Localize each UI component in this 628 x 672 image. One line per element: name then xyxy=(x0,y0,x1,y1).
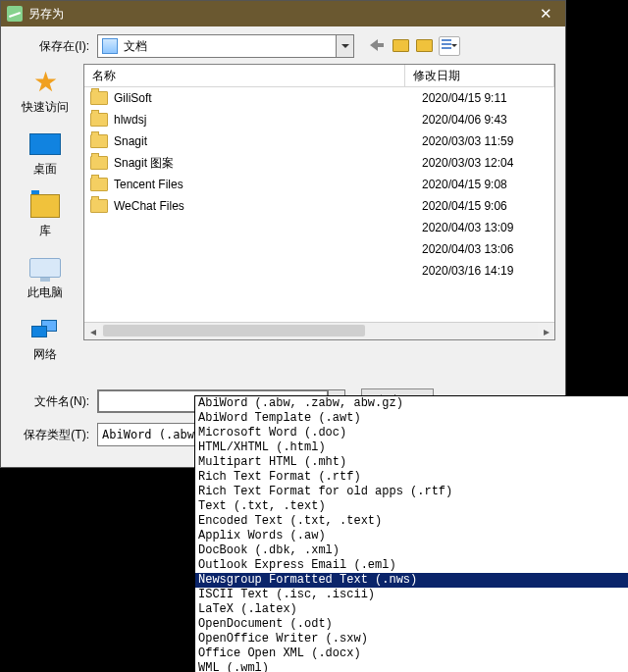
filetype-option[interactable]: Office Open XML (.docx) xyxy=(195,646,628,661)
file-name: Tencent Files xyxy=(114,178,422,191)
place-desktop[interactable]: 桌面 xyxy=(28,129,62,178)
folder-icon xyxy=(90,134,108,148)
place-thispc[interactable]: 此电脑 xyxy=(27,253,63,301)
close-button[interactable]: ✕ xyxy=(526,1,565,26)
filetype-option[interactable]: Multipart HTML (.mht) xyxy=(195,455,628,470)
column-headers: 名称 修改日期 xyxy=(84,65,554,87)
filetype-option[interactable]: Encoded Text (.txt, .text) xyxy=(195,514,628,529)
documents-icon xyxy=(102,38,118,54)
file-date: 2020/03/03 12:04 xyxy=(422,156,554,170)
filetype-option[interactable]: Applix Words (.aw) xyxy=(195,529,628,543)
filename-label: 文件名(N): xyxy=(11,393,97,410)
toolbar-icons xyxy=(368,36,460,56)
file-row[interactable]: Snagit 图案2020/03/03 12:04 xyxy=(84,152,554,174)
quick-icon: ★ xyxy=(28,68,62,97)
place-label: 网络 xyxy=(33,346,57,363)
file-row[interactable]: 2020/04/03 13:09 xyxy=(84,217,554,238)
up-one-level-icon[interactable] xyxy=(392,36,409,54)
filetype-option[interactable]: ISCII Text (.isc, .iscii) xyxy=(195,588,628,602)
file-date: 2020/04/15 9:06 xyxy=(422,199,554,213)
place-network[interactable]: 网络 xyxy=(28,315,62,363)
place-label: 桌面 xyxy=(33,161,57,178)
app-icon xyxy=(7,6,23,22)
titlebar: 另存为 ✕ xyxy=(1,1,565,26)
filetype-option[interactable]: OpenOffice Writer (.sxw) xyxy=(195,632,628,646)
column-name[interactable]: 名称 xyxy=(84,65,405,86)
file-date: 2020/04/03 13:06 xyxy=(422,242,554,256)
file-name: Snagit xyxy=(114,134,422,148)
filetype-option[interactable]: HTML/XHTML (.html) xyxy=(195,440,628,455)
scroll-right-icon[interactable]: ▸ xyxy=(538,323,554,339)
file-row[interactable]: 2020/03/16 14:19 xyxy=(84,260,554,282)
place-library[interactable]: 库 xyxy=(28,191,62,239)
file-list-pane: 名称 修改日期 GiliSoft2020/04/15 9:11hlwdsj202… xyxy=(83,64,555,340)
filetype-dropdown[interactable]: AbiWord (.abw, .zabw, abw.gz)AbiWord Tem… xyxy=(194,395,628,672)
file-row[interactable]: hlwdsj2020/04/06 9:43 xyxy=(84,109,554,130)
file-date: 2020/04/06 9:43 xyxy=(422,113,554,127)
column-date[interactable]: 修改日期 xyxy=(405,65,554,86)
window-title: 另存为 xyxy=(28,6,526,23)
filetype-option[interactable]: OpenDocument (.odt) xyxy=(195,617,628,632)
folder-icon xyxy=(90,199,108,213)
desktop-icon xyxy=(28,129,62,159)
scroll-left-icon[interactable]: ◂ xyxy=(84,323,101,339)
file-list[interactable]: GiliSoft2020/04/15 9:11hlwdsj2020/04/06 … xyxy=(84,87,554,322)
filetype-option[interactable]: WML (.wml) xyxy=(195,661,628,672)
filetype-option[interactable]: AbiWord (.abw, .zabw, abw.gz) xyxy=(195,396,628,411)
file-name: WeChat Files xyxy=(114,199,422,213)
savein-label: 保存在(I): xyxy=(11,38,97,55)
file-row[interactable]: GiliSoft2020/04/15 9:11 xyxy=(84,87,554,109)
file-name: Snagit 图案 xyxy=(114,155,422,172)
place-label: 库 xyxy=(39,223,51,239)
filetype-option[interactable]: DocBook (.dbk, .xml) xyxy=(195,543,628,558)
library-icon xyxy=(28,191,62,221)
filetype-option[interactable]: Rich Text Format for old apps (.rtf) xyxy=(195,485,628,499)
filetype-option[interactable]: Newsgroup Formatted Text (.nws) xyxy=(195,573,628,588)
filetype-option[interactable]: Outlook Express Email (.eml) xyxy=(195,558,628,573)
file-date: 2020/03/03 11:59 xyxy=(422,134,554,148)
savein-combo[interactable]: 文档 xyxy=(97,34,354,58)
savein-value: 文档 xyxy=(122,38,336,55)
folder-icon xyxy=(90,156,108,170)
horizontal-scrollbar[interactable]: ◂ ▸ xyxy=(84,322,554,339)
file-row[interactable]: Snagit2020/03/03 11:59 xyxy=(84,130,554,152)
file-row[interactable]: 2020/04/03 13:06 xyxy=(84,238,554,260)
file-name: GiliSoft xyxy=(114,91,422,105)
filetype-option[interactable]: AbiWord Template (.awt) xyxy=(195,411,628,426)
folder-icon xyxy=(90,91,108,105)
thispc-icon xyxy=(28,253,62,283)
places-bar: ★快速访问桌面库此电脑网络 xyxy=(11,64,79,377)
chevron-down-icon[interactable] xyxy=(336,35,353,57)
file-name: hlwdsj xyxy=(114,113,422,127)
filetype-option[interactable]: Text (.txt, .text) xyxy=(195,499,628,514)
file-row[interactable]: WeChat Files2020/04/15 9:06 xyxy=(84,195,554,217)
folder-icon xyxy=(90,113,108,127)
filetype-option[interactable]: Rich Text Format (.rtf) xyxy=(195,470,628,485)
file-date: 2020/04/15 9:08 xyxy=(422,178,554,191)
back-icon[interactable] xyxy=(368,36,386,54)
file-date: 2020/04/03 13:09 xyxy=(422,221,554,234)
place-quick[interactable]: ★快速访问 xyxy=(22,68,69,116)
new-folder-icon[interactable] xyxy=(415,36,433,54)
filetype-option[interactable]: LaTeX (.latex) xyxy=(195,602,628,617)
scroll-thumb[interactable] xyxy=(103,325,365,336)
views-icon[interactable] xyxy=(439,36,460,56)
filetype-label: 保存类型(T): xyxy=(11,427,97,443)
file-date: 2020/04/15 9:11 xyxy=(422,91,554,105)
place-label: 此电脑 xyxy=(27,284,63,301)
place-label: 快速访问 xyxy=(22,99,69,116)
network-icon xyxy=(28,315,62,344)
folder-icon xyxy=(90,178,108,191)
file-row[interactable]: Tencent Files2020/04/15 9:08 xyxy=(84,174,554,195)
filetype-option[interactable]: Microsoft Word (.doc) xyxy=(195,426,628,440)
file-date: 2020/03/16 14:19 xyxy=(422,264,554,278)
